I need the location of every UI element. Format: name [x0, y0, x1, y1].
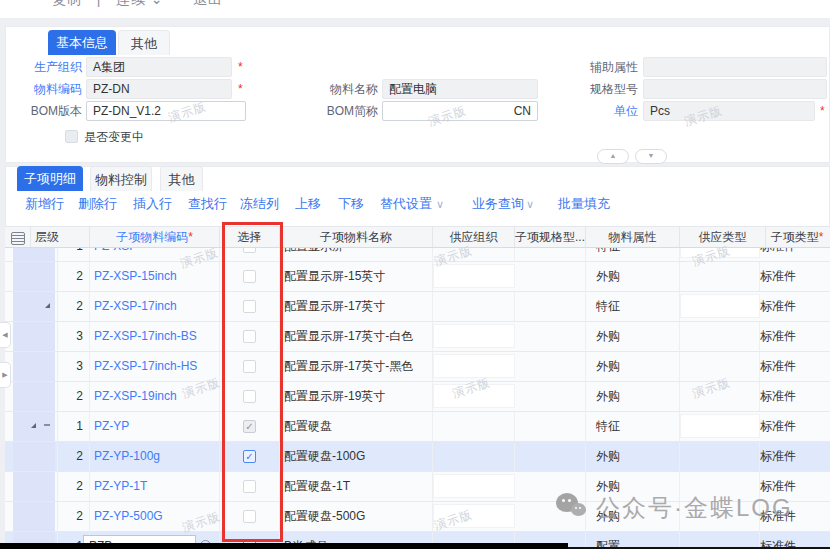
header-level[interactable]: 层级 [31, 227, 90, 247]
table-row[interactable]: 2 PZ-XSP-17inch 配置显示屏-17英寸 特征 标准件 [5, 292, 830, 322]
chevron-down-icon[interactable]: ∨ [526, 194, 534, 214]
header-select[interactable]: 选择 [220, 227, 280, 247]
row-checkbox[interactable] [243, 360, 256, 373]
change-checkbox[interactable] [65, 130, 78, 143]
child-code-link[interactable]: PZ-YP-100g [90, 442, 220, 471]
material-name-label: 物料名称 [308, 79, 378, 99]
row-checkbox[interactable] [243, 390, 256, 403]
row-checkbox[interactable] [243, 480, 256, 493]
attr-cell: 外购 [586, 322, 680, 351]
tab-material-control[interactable]: 物料控制 [90, 166, 152, 191]
header-supply-type[interactable]: 供应类型 [680, 227, 766, 247]
insert-row-button[interactable]: 插入行 [133, 194, 172, 214]
org-cell [433, 384, 515, 408]
row-checkbox[interactable] [243, 270, 256, 283]
unit-input[interactable]: Pcs [643, 101, 815, 121]
table-row[interactable]: 2 PZ-YP-100g 配置硬盘-100G 外购 标准件 [5, 442, 830, 472]
tab-detail[interactable]: 子项明细 [17, 166, 83, 191]
spec-cell [515, 262, 586, 291]
row-checkbox[interactable] [243, 420, 256, 433]
window-toolbar-text[interactable]: 复制 | 连续 ⌄ 退出 [52, 0, 223, 9]
row-checkbox[interactable] [243, 300, 256, 313]
table-row[interactable]: 2 PZ-XSP-19inch 配置显示屏-19英寸 外购 标准件 [5, 382, 830, 412]
move-down-button[interactable]: 下移 [338, 194, 364, 214]
header-child-name[interactable]: 子项物料名称 [280, 227, 433, 247]
table-row[interactable]: 2 PZ-YP-500G 配置硬盘-500G 外购 标准件 [5, 502, 830, 532]
tab-basic-info[interactable]: 基本信息 [48, 30, 116, 55]
header-material-attr[interactable]: 物料属性 [586, 227, 680, 247]
table-row[interactable]: 3 PZ-XSP-17inch-HS 配置显示屏-17英寸-黑色 外购 标准件 [5, 352, 830, 382]
type-cell: 标准件 [760, 382, 828, 411]
expander-cell [5, 352, 58, 381]
move-up-button[interactable]: 上移 [295, 194, 321, 214]
material-name-input[interactable]: 配置电脑 [382, 79, 538, 99]
change-checkbox-label: 是否变更中 [84, 128, 144, 146]
batch-fill-button[interactable]: 批量填充 [558, 194, 610, 214]
table-row[interactable]: 2 PZ-XSP-15inch 配置显示屏-15英寸 外购 标准件 [5, 262, 830, 292]
bom-short-input[interactable]: CN [382, 101, 538, 121]
supply-cell [680, 294, 760, 318]
header-child-code[interactable]: 子项物料编码* [90, 227, 220, 247]
collapse-up-button[interactable]: ▲ [597, 149, 629, 164]
attr-cell: 外购 [586, 472, 680, 501]
tab-other-bottom[interactable]: 其他 [160, 166, 203, 191]
child-code-link[interactable]: PZ-YP-500G [90, 502, 220, 531]
type-cell: 标准件 [760, 502, 828, 531]
child-code-link[interactable]: PZ-YP-1T [90, 472, 220, 501]
unit-label: 单位 [568, 101, 638, 121]
expander-icon[interactable] [5, 412, 58, 441]
row-settings-icon[interactable] [5, 227, 31, 247]
expander-cell [5, 322, 58, 351]
name-cell: 配置显示屏-17英寸 [280, 292, 433, 321]
org-cell [433, 324, 515, 348]
freeze-column-button[interactable]: 冻结列 [240, 194, 279, 214]
add-row-button[interactable]: 新增行 [25, 194, 64, 214]
row-checkbox[interactable] [243, 510, 256, 523]
child-code-link[interactable]: PZ-XSP-17inch-BS [90, 322, 220, 351]
bom-version-input[interactable]: PZ-DN_V1.2 [86, 101, 246, 121]
type-cell: 标准件 [760, 472, 828, 501]
attr-cell: 特征 [586, 412, 680, 441]
pane-collapse-left-button[interactable]: ◀ [0, 322, 11, 348]
supply-cell [680, 414, 760, 438]
business-query-button[interactable]: 业务查询 [472, 194, 524, 214]
table-row[interactable]: 2 PZ-YP-1T 配置硬盘-1T 外购 标准件 [5, 472, 830, 502]
select-cell [220, 442, 280, 471]
bom-short-suffix: CN [514, 102, 531, 120]
collapse-down-button[interactable]: ▼ [635, 149, 667, 164]
tab-other-top[interactable]: 其他 [118, 30, 170, 55]
row-checkbox[interactable] [243, 330, 256, 343]
required-mark: * [819, 230, 824, 244]
delete-row-button[interactable]: 删除行 [78, 194, 117, 214]
spec-cell [515, 292, 586, 321]
spec-cell [515, 502, 586, 531]
attr-cell: 外购 [586, 502, 680, 531]
child-code-link[interactable]: PZ-XSP-15inch [90, 262, 220, 291]
substitute-settings-button[interactable]: 替代设置 [380, 194, 432, 214]
expander-icon[interactable] [5, 292, 58, 321]
table-row[interactable]: 1 PZ-YP 配置硬盘 特征 标准件 [5, 412, 830, 442]
header-child-spec[interactable]: 子项规格型... [515, 227, 586, 247]
aux-attr-input[interactable] [643, 57, 827, 77]
child-code-link[interactable]: PZ-YP [90, 412, 220, 441]
prod-org-input[interactable]: A集团 [86, 57, 232, 77]
child-code-link[interactable]: PZ-XSP-17inch-HS [90, 352, 220, 381]
name-cell: 配置硬盘-1T [280, 472, 433, 501]
header-child-type[interactable]: 子项类型* [766, 227, 828, 247]
table-row[interactable]: 3 PZ-XSP-17inch-BS 配置显示屏-17英寸-白色 外购 标准件 [5, 322, 830, 352]
org-cell [433, 442, 515, 471]
chevron-down-icon[interactable]: ∨ [436, 194, 444, 214]
name-cell: 配置显示屏-17英寸-白色 [280, 322, 433, 351]
type-cell: 标准件 [760, 262, 828, 291]
child-code-link[interactable]: PZ-XSP-19inch [90, 382, 220, 411]
material-code-input[interactable]: PZ-DN [86, 79, 232, 99]
find-row-button[interactable]: 查找行 [188, 194, 227, 214]
child-code-link[interactable]: PZ-XSP-17inch [90, 292, 220, 321]
header-supply-org[interactable]: 供应组织 [433, 227, 515, 247]
pane-expand-right-button[interactable]: ▶ [0, 362, 11, 388]
spec-model-input[interactable] [643, 79, 827, 99]
attr-cell: 外购 [586, 352, 680, 381]
supply-cell [680, 262, 760, 291]
type-cell: 标准件 [760, 292, 828, 321]
row-checkbox[interactable] [243, 450, 256, 463]
